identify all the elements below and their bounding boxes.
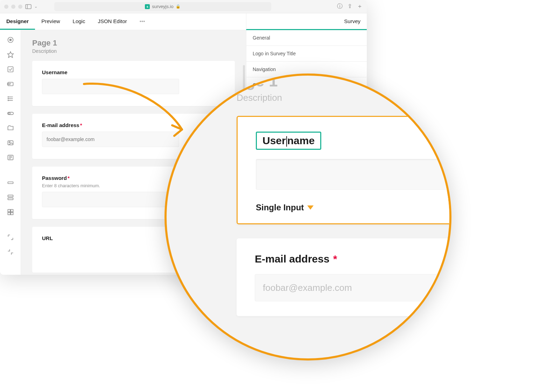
tab-preview[interactable]: Preview [35,13,66,30]
zoom-question-input[interactable] [256,159,451,190]
question-input[interactable] [42,79,179,94]
multipletext-icon[interactable] [6,194,15,201]
maximize-dot[interactable] [18,5,22,9]
svg-rect-32 [8,198,13,200]
question-label: Username [42,69,225,75]
prop-section-logo[interactable]: Logo in Survey Title [246,46,367,62]
image-icon[interactable] [6,139,15,146]
info-icon[interactable]: ⓘ [337,3,343,10]
tab-logic-label: Logic [73,18,85,24]
prop-section-general[interactable]: General [246,30,367,46]
svg-rect-36 [10,212,13,215]
zoom-page-description: Description [237,92,451,103]
svg-point-9 [9,39,11,41]
tab-designer[interactable]: Designer [0,13,35,30]
zoom-question-label: E-mail address * [255,253,451,265]
boolean-icon[interactable] [6,110,15,117]
svg-point-20 [8,100,8,101]
svg-point-18 [8,97,8,97]
svg-point-22 [8,113,10,114]
window-controls[interactable] [4,5,22,9]
toolbox: ••• [0,30,21,275]
zoom-title-left: User [262,135,286,146]
new-tab-icon[interactable]: ＋ [357,3,363,10]
lock-icon: 🔒 [176,4,181,9]
tab-designer-label: Designer [6,18,29,24]
sidebar-toggle-icon[interactable] [25,4,31,9]
close-dot[interactable] [4,5,8,9]
question-card-username[interactable]: Username [32,61,235,106]
svg-rect-34 [10,210,13,212]
svg-rect-29 [8,182,13,184]
question-label-text[interactable]: E-mail address [42,122,79,128]
prop-section-label: Navigation [253,66,276,72]
address-bar[interactable]: s surveyjs.io 🔒 [54,2,271,11]
svg-rect-33 [8,210,10,212]
address-host: surveyjs.io [152,4,173,9]
required-mark: * [68,175,70,181]
question-label-text[interactable]: Password [42,175,67,181]
file-icon[interactable] [6,125,15,132]
tab-more[interactable]: ••• [133,13,152,30]
zoom-question-card-email[interactable]: E-mail address * foobar@example.com [237,238,451,316]
required-mark: * [333,253,337,265]
chevron-down-icon[interactable]: ⌄ [34,4,37,9]
question-label-text[interactable]: Username [42,69,68,75]
svg-rect-12 [8,82,13,86]
comment-icon[interactable] [6,154,15,161]
svg-marker-41 [307,205,314,210]
tab-preview-label: Preview [41,18,60,24]
share-icon[interactable]: ⇪ [348,3,352,10]
expand-icon[interactable] [6,234,15,241]
required-mark: * [80,122,82,128]
browser-titlebar: ⌄ s surveyjs.io 🔒 ⓘ ⇪ ＋ [0,0,367,13]
ranking-icon[interactable] [6,95,15,102]
question-input[interactable] [42,192,179,207]
tab-logic[interactable]: Logic [66,13,92,30]
zoom-question-type-selector[interactable]: Single Input [256,203,314,212]
tab-json-label: JSON Editor [98,18,127,24]
question-input[interactable] [42,132,179,147]
zoom-title-editor[interactable]: Username [256,132,321,150]
property-panel-header[interactable]: Survey [246,13,367,30]
prop-section-label: Logo in Survey Title [253,51,296,56]
question-label-text[interactable]: URL [42,235,53,241]
svg-rect-35 [8,212,10,215]
chevron-down-icon [307,203,314,212]
svg-rect-31 [8,195,13,197]
svg-point-19 [8,98,8,99]
dropdown-icon[interactable] [6,80,15,88]
zoom-title-right: name [287,135,315,146]
zoom-question-card-selected[interactable]: Username Single Input [237,116,451,224]
tab-json[interactable]: JSON Editor [91,13,133,30]
svg-rect-11 [8,67,13,72]
matrix-icon[interactable] [6,209,15,216]
minimize-dot[interactable] [11,5,15,9]
property-panel-title: Survey [344,18,360,24]
svg-rect-23 [8,141,13,145]
zoom-question-placeholder: foobar@example.com [263,282,352,293]
svg-point-24 [9,142,10,143]
collapse-icon[interactable] [6,248,15,255]
zoom-question-input[interactable]: foobar@example.com [255,274,451,301]
svg-rect-0 [26,5,31,9]
prop-section-label: General [253,35,270,41]
zoom-question-label-text: E-mail address [255,253,329,265]
page-description[interactable]: Description [32,48,235,54]
browser-toolbar-right: ⓘ ⇪ ＋ [337,3,363,10]
site-favicon-icon: s [145,4,150,9]
rating-icon[interactable] [6,51,15,58]
zoom-question-type-label: Single Input [256,203,304,212]
toolbox-more-icon[interactable] [6,274,15,275]
radio-icon[interactable] [6,36,15,43]
singleinput-icon[interactable] [6,179,15,186]
caret-icon [286,136,287,147]
zoom-callout: age 1 Description Username Single Input [164,74,451,360]
page-title[interactable]: Page 1 [32,38,235,48]
checkbox-icon[interactable] [6,66,15,73]
svg-marker-10 [7,52,13,58]
